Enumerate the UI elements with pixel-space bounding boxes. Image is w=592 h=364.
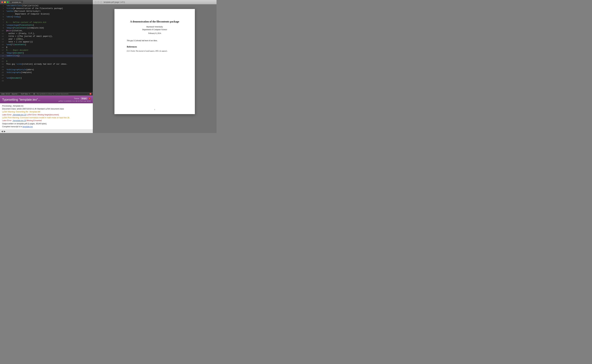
code-line: 14 note = { (to appear)}} (0, 40, 93, 43)
line-col-value: 19:13 (6, 93, 10, 95)
pdf-doc-title: A demonstration of the filecontents pack… (127, 20, 182, 23)
warning1-text: LaTeX Warning: Overwriting file './templ… (2, 111, 41, 113)
nav-next-icon[interactable]: ▶ (4, 130, 6, 132)
error2-suffix: Missing $ inserted. (26, 120, 42, 122)
error1-suffix: LaTeX Error: Missing \begin{document}. (26, 114, 59, 116)
code-line: 26 (0, 74, 93, 77)
docclass-text: Document Class: article 2007/10/19 v1.4h… (2, 108, 64, 110)
error2-prefix: Latex Error: (2, 120, 12, 122)
output-text: Output written on template.pdf (2 pages,… (2, 123, 47, 125)
code-line: 6 (0, 18, 93, 21)
error2-line: Latex Error: ./template.tex:19 Missing $… (2, 119, 91, 122)
pdf-references-heading: References (127, 46, 182, 48)
warning2-text: LaTeX Font Warning: Command \normalsize … (2, 117, 70, 119)
error-close-button[interactable]: ✕ (89, 93, 91, 95)
pdf-reference1: [1] I. Freely. The journal of small pape… (127, 50, 182, 52)
maximize-button[interactable] (7, 1, 9, 3)
tabs-selector[interactable]: Soft Tabs: 4 ⌄ (21, 93, 31, 95)
processing-text: Processing: ./template.tex (2, 105, 24, 107)
code-line: 7 %---- Define content of template.bib (0, 21, 93, 24)
pdf-body: This guy [1] already had most of our ide… (127, 39, 182, 42)
pdf-date: February 8, 2014 (127, 32, 182, 34)
pdf-close-button[interactable] (95, 1, 97, 3)
code-line: 22 This guy \cite{citation} already had … (0, 63, 93, 65)
pdf-content[interactable]: A demonstration of the filecontents pack… (93, 4, 216, 133)
code-line: 18 \begin{document} (0, 52, 93, 54)
code-line: 21 % (0, 60, 93, 63)
pdf-titlebar: template.pdf (page 1 of 1) (93, 0, 216, 4)
code-line: 25 \bibliography{template} (0, 71, 93, 74)
docclass-line: Document Class: article 2007/10/19 v1.4h… (2, 107, 91, 110)
symbols-label: No symbols to show for current document. (37, 93, 69, 95)
chevron-icon: ⌄ (87, 93, 88, 95)
pdf-minimize-button[interactable] (98, 1, 99, 3)
error1-link[interactable]: ./template.tex:16 (12, 114, 26, 116)
nav-prev-icon[interactable]: ◀ (1, 130, 3, 132)
code-line: 27 \end{document} (0, 77, 93, 79)
tabs-value: Soft Tabs: 4 (21, 93, 30, 95)
app-container: template.tex 1 \documentclass[12pt]{arti… (0, 0, 216, 133)
transcript-line: Complete transcript is in template.log (2, 125, 91, 128)
code-line: 17 %---- Begin document (0, 49, 93, 52)
code-line: 9 \begin{filecontents}{template.bib} (0, 26, 93, 29)
pdf-author: Martinush Vetterlusky Department of Comp… (127, 25, 182, 31)
status-right: ⌄ ✕ (87, 93, 91, 95)
pdf-page-number: 1 (114, 109, 195, 110)
error1-prefix: Latex Error: (2, 114, 12, 116)
transcript-link[interactable]: template.log (23, 126, 33, 128)
line-col-label: Line: (1, 93, 5, 95)
code-line: 13 year = {2001}, (0, 38, 93, 40)
code-line: 5 \date{\today} (0, 15, 93, 18)
warning2-line: LaTeX Font Warning: Command \normalsize … (2, 116, 91, 119)
typesetting-panel: Typesetting "template.tex"... Theme: Bri… (0, 96, 93, 133)
theme-value: Bright (81, 97, 88, 100)
error2-link[interactable]: ./template.tex:19 (12, 120, 26, 122)
editor-tab[interactable]: template.tex (10, 1, 23, 4)
output-line: Output written on template.pdf (2 pages,… (2, 122, 91, 125)
line-col-indicator: Line: 19:13 (1, 93, 10, 95)
code-line: 23 (0, 65, 93, 68)
code-line: 24 \bibliographystyle{abbrv} (0, 68, 93, 71)
pdf-traffic-lights (95, 1, 102, 3)
gear-icon[interactable]: ⚙ (33, 93, 35, 95)
code-line: 15 \end{filecontents} (0, 43, 93, 46)
theme-label: Theme: (74, 98, 80, 99)
pdf-maximize-button[interactable] (100, 1, 102, 3)
code-area[interactable]: 1 \documentclass[12pt]{article} 2 \title… (0, 4, 93, 92)
code-line: 3 \author{Martinush Vetterlusky\\ (0, 10, 93, 13)
syntax-value: Apache (12, 93, 17, 95)
tab-label: template.tex (12, 1, 21, 3)
code-line: 12 title = {{The journal of small papers… (0, 35, 93, 38)
editor-panel: template.tex 1 \documentclass[12pt]{arti… (0, 0, 93, 133)
code-line: 2 \title{A demonstration of the filecont… (0, 7, 93, 10)
code-line: 1 \documentclass[12pt]{article} (0, 4, 93, 7)
code-line: 10 @misc{citation, (0, 29, 93, 32)
code-line: 28 (0, 79, 93, 82)
warning1-line: LaTeX Warning: Overwriting file './templ… (2, 110, 91, 113)
syntax-selector[interactable]: Apache ⌄ (12, 93, 19, 95)
pdf-author-line1: Martinush Vetterlusky (146, 26, 163, 28)
pdf-author-line2: Department of Computer Science (142, 28, 167, 31)
code-line: 19 \maketitle{} (0, 54, 93, 57)
editor-titlebar: template.tex (0, 0, 93, 4)
transcript-text: Complete transcript is in (2, 126, 23, 128)
traffic-lights (1, 1, 9, 3)
engine-version: pdfTeX 3.1415926-2.4-1.40.13 (TeX Live 2… (59, 100, 91, 102)
typesetting-close-button[interactable]: ✕ (88, 98, 91, 100)
status-bar: Line: 19:13 Apache ⌄ Soft Tabs: 4 ⌄ ⚙ No… (0, 92, 93, 96)
code-line: 11 author = {Freely, I.P.}, (0, 32, 93, 35)
code-line: 8 \usepackage{filecontents} (0, 24, 93, 26)
pdf-window-title: template.pdf (page 1 of 1) (104, 1, 125, 3)
tabs-chevron-icon: ⌄ (30, 93, 31, 95)
error1-line: Latex Error: ./template.tex:16 LaTeX Err… (2, 113, 91, 116)
typesetting-header: Typesetting "template.tex"... Theme: Bri… (0, 96, 93, 103)
syntax-chevron-icon: ⌄ (18, 93, 19, 95)
pdf-body-text: This guy [1] already had most of our ide… (127, 39, 157, 41)
processing-line: Processing: ./template.tex (2, 104, 91, 107)
code-line: 4 Department of Computer Science} (0, 13, 93, 15)
close-button[interactable] (1, 1, 3, 3)
pdf-page: A demonstration of the filecontents pack… (114, 9, 195, 114)
typesetting-output: Processing: ./template.tex Document Clas… (0, 103, 93, 130)
minimize-button[interactable] (4, 1, 6, 3)
code-line: 20 (0, 57, 93, 60)
